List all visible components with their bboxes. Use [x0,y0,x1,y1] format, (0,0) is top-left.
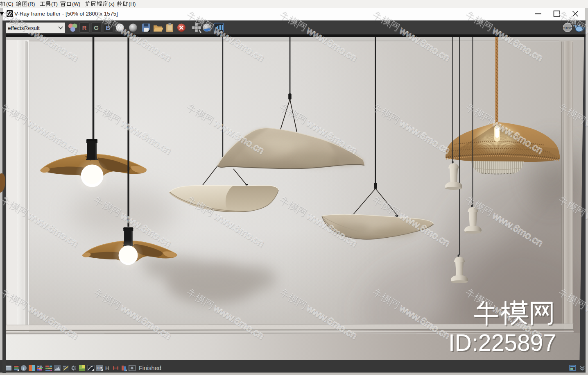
svg-text:HSL: HSL [37,365,43,368]
svg-text:(C): (C) [6,1,13,7]
svg-text:V-Ray frame buffer - [50% of 2: V-Ray frame buffer - [50% of 2800 x 1575… [14,11,118,17]
svg-text:LUT: LUT [97,367,102,370]
svg-text:effectsResult: effectsResult [8,25,40,31]
svg-text:(R): (R) [28,1,35,7]
svg-text:G: G [94,24,99,31]
svg-text:(H): (H) [129,1,136,7]
svg-text:H: H [105,365,109,371]
svg-text:B: B [106,24,111,31]
svg-text:ID:225897: ID:225897 [449,331,557,357]
svg-text:Finished: Finished [139,365,161,371]
svg-text:i: i [23,366,25,370]
svg-text:(W): (W) [72,1,80,7]
svg-text:R: R [82,24,87,31]
svg-text:ID:225897: ID:225897 [448,330,556,356]
svg-text:(x): (x) [109,1,115,7]
svg-text:STOP: STOP [563,26,572,30]
svg-text:(T): (T) [51,1,58,7]
